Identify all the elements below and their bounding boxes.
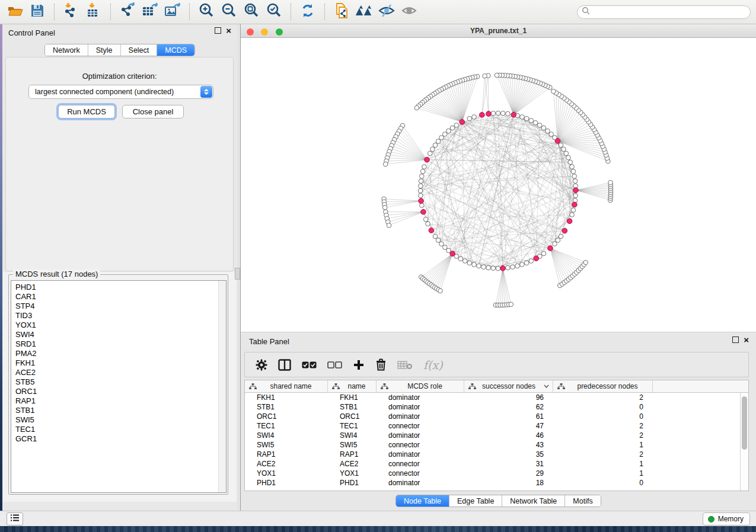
network-node[interactable]	[546, 129, 550, 133]
table-cell[interactable]: 47	[464, 421, 553, 431]
table-cell[interactable]: connector	[377, 469, 464, 478]
network-hub-node[interactable]	[419, 198, 424, 204]
table-cell[interactable]: 2	[553, 450, 653, 459]
network-node[interactable]	[495, 73, 499, 78]
result-list-item[interactable]: STP4	[15, 302, 226, 311]
table-cell[interactable]: PHD1	[245, 478, 328, 488]
task-history-button[interactable]	[7, 512, 23, 525]
network-node[interactable]	[533, 120, 538, 125]
network-node[interactable]	[506, 265, 511, 270]
table-cell[interactable]: YOX1	[328, 469, 377, 478]
network-node[interactable]	[551, 89, 556, 94]
close-panel-button[interactable]: Close panel	[122, 105, 184, 118]
network-node[interactable]	[562, 147, 566, 152]
table-cell[interactable]: dominator	[377, 478, 464, 488]
network-node[interactable]	[570, 213, 575, 217]
network-hub-node[interactable]	[562, 228, 567, 233]
zoom-selected-button[interactable]	[263, 2, 285, 22]
show-all-button[interactable]	[398, 2, 420, 22]
select-all-icon[interactable]	[302, 361, 317, 369]
network-node[interactable]	[524, 116, 529, 121]
deselect-all-icon[interactable]	[327, 361, 342, 369]
network-node[interactable]	[566, 155, 571, 160]
network-node[interactable]	[559, 234, 563, 239]
result-list-item[interactable]: ORC1	[15, 387, 226, 396]
run-mcds-button[interactable]: Run MCDS	[58, 105, 115, 118]
table-cell[interactable]: connector	[377, 440, 464, 450]
zoom-out-button[interactable]	[218, 2, 240, 22]
tab-network-table[interactable]: Network Table	[502, 495, 565, 507]
tab-mcds[interactable]: MCDS	[157, 44, 194, 56]
tab-motifs[interactable]: Motifs	[565, 495, 600, 507]
network-node[interactable]	[511, 265, 515, 270]
result-list-item[interactable]: FKH1	[15, 358, 226, 368]
network-node[interactable]	[477, 264, 481, 268]
network-hub-node[interactable]	[486, 111, 492, 117]
save-session-button[interactable]	[27, 2, 48, 22]
table-row[interactable]: STB1STB1dominator620	[245, 402, 748, 412]
network-node[interactable]	[422, 165, 427, 169]
mountains-icon-button[interactable]	[353, 2, 375, 22]
network-node[interactable]	[509, 302, 513, 307]
result-list-item[interactable]: CAR1	[15, 292, 226, 302]
zoom-fit-button[interactable]	[241, 2, 262, 22]
network-node[interactable]	[486, 265, 491, 270]
network-node[interactable]	[524, 261, 529, 265]
table-cell[interactable]: dominator	[377, 431, 464, 440]
result-list-item[interactable]: RAP1	[15, 396, 226, 406]
network-hub-node[interactable]	[429, 228, 434, 233]
splitter-grip[interactable]	[235, 268, 240, 280]
network-hub-node[interactable]	[421, 209, 426, 214]
network-node[interactable]	[382, 205, 387, 210]
network-node[interactable]	[428, 151, 432, 156]
network-hub-node[interactable]	[460, 120, 465, 125]
network-node[interactable]	[496, 266, 500, 271]
network-canvas[interactable]	[241, 38, 756, 332]
table-cell[interactable]: dominator	[377, 402, 464, 412]
network-hub-node[interactable]	[500, 266, 506, 271]
network-node[interactable]	[433, 143, 438, 148]
network-hub-node[interactable]	[572, 202, 578, 207]
table-cell[interactable]: 29	[464, 469, 553, 478]
network-node[interactable]	[450, 126, 455, 130]
network-node[interactable]	[443, 245, 448, 250]
show-columns-icon[interactable]	[278, 359, 291, 371]
table-cell[interactable]: TEC1	[245, 421, 328, 431]
network-node[interactable]	[515, 264, 520, 268]
network-node[interactable]	[556, 238, 560, 243]
hide-selected-button[interactable]	[376, 2, 397, 22]
table-cell[interactable]: RAP1	[328, 450, 377, 459]
table-row[interactable]: ACE2ACE2connector311	[245, 459, 748, 469]
column-header-MCDS-role[interactable]: MCDS role	[377, 380, 464, 392]
network-node[interactable]	[553, 242, 557, 246]
table-cell[interactable]: ORC1	[245, 412, 328, 421]
tab-node-table[interactable]: Node Table	[396, 495, 449, 507]
table-cell[interactable]: connector	[377, 459, 464, 469]
table-cell[interactable]: connector	[377, 421, 464, 431]
result-list-item[interactable]: STB1	[15, 406, 226, 415]
memory-button[interactable]: Memory	[703, 512, 750, 525]
network-hub-node[interactable]	[573, 188, 579, 193]
column-header-shared-name[interactable]: shared name	[245, 380, 328, 392]
search-input[interactable]	[591, 7, 750, 18]
table-row[interactable]: TEC1TEC1connector472	[245, 421, 748, 431]
table-cell[interactable]: 46	[464, 431, 553, 440]
network-node[interactable]	[583, 260, 588, 265]
network-node[interactable]	[506, 111, 511, 116]
table-cell[interactable]: 43	[464, 440, 553, 450]
network-node[interactable]	[541, 251, 546, 256]
network-node[interactable]	[433, 234, 438, 239]
zoom-in-button[interactable]	[196, 2, 217, 22]
network-hub-node[interactable]	[567, 219, 572, 224]
gear-icon[interactable]	[256, 359, 267, 371]
network-node[interactable]	[426, 222, 430, 226]
network-node[interactable]	[491, 266, 496, 271]
table-row[interactable]: SWI4SWI4dominator462	[245, 431, 748, 440]
table-cell[interactable]: 2	[553, 421, 653, 431]
network-node[interactable]	[423, 217, 428, 222]
network-node[interactable]	[572, 174, 577, 179]
table-cell[interactable]: 2	[553, 431, 653, 440]
delete-table-icon[interactable]	[397, 360, 413, 370]
network-node[interactable]	[608, 180, 613, 185]
table-scrollbar-thumb[interactable]	[742, 396, 747, 450]
